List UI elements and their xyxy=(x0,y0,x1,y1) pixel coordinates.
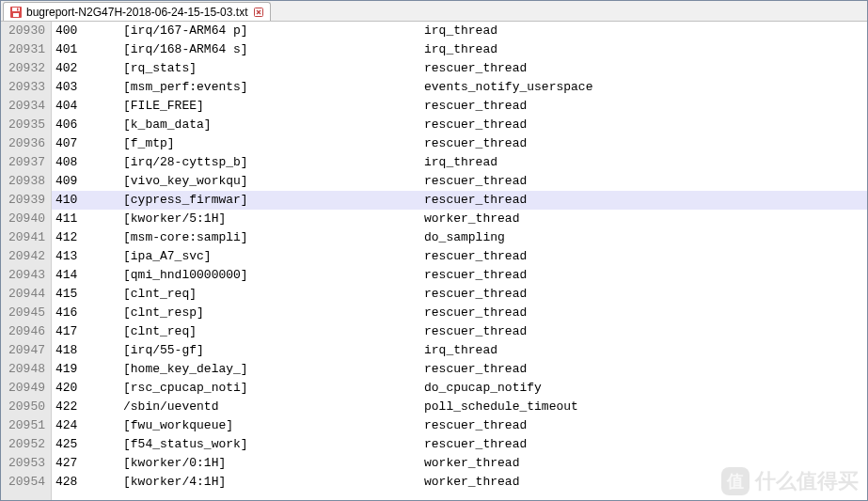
line-number: 20939 xyxy=(5,191,45,210)
process-name: [fwu_workqueue] xyxy=(123,416,424,435)
function-name: do_cpucap_notify xyxy=(424,379,542,398)
process-name: [msm-core:sampli] xyxy=(123,228,424,247)
text-line[interactable]: 428[kworker/4:1H]worker_thread xyxy=(52,473,867,492)
pid-value: 402 xyxy=(55,59,123,78)
process-name: [f_mtp] xyxy=(123,134,424,153)
line-number: 20930 xyxy=(5,22,45,40)
line-number-gutter: 2093020931209322093320934209352093620937… xyxy=(1,22,52,500)
text-content[interactable]: 400[irq/167-ARM64 p]irq_thread401[irq/16… xyxy=(52,22,867,500)
text-line[interactable]: 413[ipa_A7_svc]rescuer_thread xyxy=(52,247,867,266)
text-line[interactable]: 404[FILE_FREE]rescuer_thread xyxy=(52,97,867,116)
pid-value: 411 xyxy=(55,210,123,228)
process-name: [irq/28-cyttsp_b] xyxy=(123,153,424,172)
svg-rect-3 xyxy=(17,8,19,10)
line-number: 20942 xyxy=(5,247,45,266)
line-number: 20934 xyxy=(5,97,45,116)
function-name: do_sampling xyxy=(424,228,505,247)
pid-value: 425 xyxy=(55,435,123,454)
function-name: rescuer_thread xyxy=(424,322,527,341)
function-name: poll_schedule_timeout xyxy=(424,398,578,416)
pid-value: 400 xyxy=(55,22,123,40)
line-number: 20949 xyxy=(5,379,45,398)
text-line[interactable]: 417[clnt_req]rescuer_thread xyxy=(52,322,867,341)
text-line[interactable]: 406[k_bam_data]rescuer_thread xyxy=(52,116,867,134)
pid-value: 409 xyxy=(55,172,123,191)
pid-value: 417 xyxy=(55,322,123,341)
text-line[interactable]: 410[cypress_firmwar]rescuer_thread xyxy=(52,191,867,210)
line-number: 20938 xyxy=(5,172,45,191)
text-line[interactable]: 412[msm-core:sampli]do_sampling xyxy=(52,228,867,247)
tab-bar: bugreport-N2G47H-2018-06-24-15-15-03.txt xyxy=(1,1,867,22)
pid-value: 403 xyxy=(55,78,123,97)
text-line[interactable]: 414[qmi_hndl0000000]rescuer_thread xyxy=(52,266,867,285)
pid-value: 412 xyxy=(55,228,123,247)
text-line[interactable]: 411[kworker/5:1H]worker_thread xyxy=(52,210,867,228)
text-line[interactable]: 408[irq/28-cyttsp_b]irq_thread xyxy=(52,153,867,172)
pid-value: 401 xyxy=(55,40,123,59)
function-name: rescuer_thread xyxy=(424,304,527,322)
pid-value: 414 xyxy=(55,266,123,285)
function-name: irq_thread xyxy=(424,153,497,172)
process-name: [FILE_FREE] xyxy=(123,97,424,116)
process-name: [msm_perf:events] xyxy=(123,78,424,97)
pid-value: 407 xyxy=(55,134,123,153)
process-name: [ipa_A7_svc] xyxy=(123,247,424,266)
function-name: rescuer_thread xyxy=(424,116,527,134)
text-line[interactable]: 418[irq/55-gf]irq_thread xyxy=(52,341,867,360)
process-name: [f54_status_work] xyxy=(123,435,424,454)
file-tab[interactable]: bugreport-N2G47H-2018-06-24-15-15-03.txt xyxy=(3,2,271,21)
line-number: 20944 xyxy=(5,285,45,304)
line-number: 20947 xyxy=(5,341,45,360)
text-line[interactable]: 415[clnt_req]rescuer_thread xyxy=(52,285,867,304)
text-line[interactable]: 409[vivo_key_workqu]rescuer_thread xyxy=(52,172,867,191)
line-number: 20945 xyxy=(5,304,45,322)
process-name: [home_key_delay_] xyxy=(123,360,424,379)
function-name: irq_thread xyxy=(424,40,497,59)
svg-rect-1 xyxy=(12,8,20,11)
line-number: 20937 xyxy=(5,153,45,172)
line-number: 20933 xyxy=(5,78,45,97)
function-name: events_notify_userspace xyxy=(424,78,592,97)
close-icon[interactable] xyxy=(253,7,264,18)
line-number: 20935 xyxy=(5,116,45,134)
function-name: rescuer_thread xyxy=(424,360,527,379)
text-line[interactable]: 419[home_key_delay_]rescuer_thread xyxy=(52,360,867,379)
process-name: /sbin/ueventd xyxy=(123,398,424,416)
text-line[interactable]: 420[rsc_cpucap_noti]do_cpucap_notify xyxy=(52,379,867,398)
text-line[interactable]: 424[fwu_workqueue]rescuer_thread xyxy=(52,416,867,435)
text-line[interactable]: 416[clnt_resp]rescuer_thread xyxy=(52,304,867,322)
line-number: 20932 xyxy=(5,59,45,78)
pid-value: 406 xyxy=(55,116,123,134)
text-line[interactable]: 422/sbin/ueventdpoll_schedule_timeout xyxy=(52,398,867,416)
function-name: rescuer_thread xyxy=(424,134,527,153)
process-name: [irq/55-gf] xyxy=(123,341,424,360)
line-number: 20948 xyxy=(5,360,45,379)
function-name: rescuer_thread xyxy=(424,172,527,191)
text-editor[interactable]: 2093020931209322093320934209352093620937… xyxy=(1,22,867,500)
editor-window: bugreport-N2G47H-2018-06-24-15-15-03.txt… xyxy=(0,0,868,501)
text-line[interactable]: 425[f54_status_work]rescuer_thread xyxy=(52,435,867,454)
text-line[interactable]: 402[rq_stats]rescuer_thread xyxy=(52,59,867,78)
line-number: 20950 xyxy=(5,398,45,416)
text-line[interactable]: 407[f_mtp]rescuer_thread xyxy=(52,134,867,153)
pid-value: 420 xyxy=(55,379,123,398)
function-name: rescuer_thread xyxy=(424,97,527,116)
process-name: [cypress_firmwar] xyxy=(123,191,424,210)
file-save-icon xyxy=(9,6,23,19)
function-name: rescuer_thread xyxy=(424,435,527,454)
line-number: 20954 xyxy=(5,473,45,492)
process-name: [k_bam_data] xyxy=(123,116,424,134)
text-line[interactable]: 403[msm_perf:events]events_notify_usersp… xyxy=(52,78,867,97)
line-number: 20953 xyxy=(5,454,45,473)
pid-value: 419 xyxy=(55,360,123,379)
function-name: irq_thread xyxy=(424,22,497,40)
process-name: [irq/168-ARM64 s] xyxy=(123,40,424,59)
process-name: [vivo_key_workqu] xyxy=(123,172,424,191)
pid-value: 410 xyxy=(55,191,123,210)
svg-rect-2 xyxy=(13,13,19,17)
text-line[interactable]: 400[irq/167-ARM64 p]irq_thread xyxy=(52,22,867,40)
pid-value: 415 xyxy=(55,285,123,304)
process-name: [clnt_req] xyxy=(123,285,424,304)
text-line[interactable]: 427[kworker/0:1H]worker_thread xyxy=(52,454,867,473)
text-line[interactable]: 401[irq/168-ARM64 s]irq_thread xyxy=(52,40,867,59)
